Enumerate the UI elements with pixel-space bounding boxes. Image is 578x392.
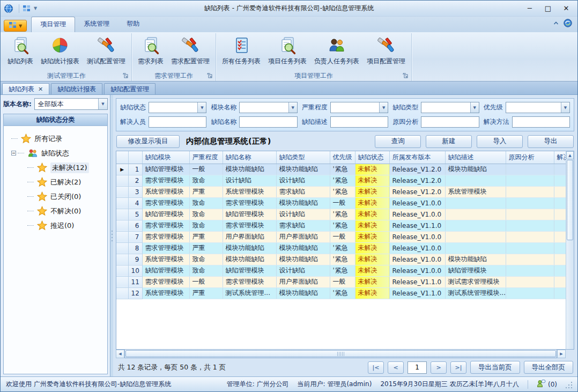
column-header[interactable]: 缺陷描述 [445,151,506,164]
scrollbar-thumb[interactable] [125,350,556,357]
ribbon-button[interactable]: 负责人任务列表 [311,35,362,67]
filter-select[interactable]: ▼ [506,102,570,113]
ribbon-button[interactable]: 需求配置管理 [168,35,213,67]
filter-select[interactable]: ▼ [421,102,479,113]
column-header[interactable]: 所属发布版本 [389,151,445,164]
table-row[interactable]: 8需求管理模块严重模块功能缺陷模块功能缺陷紧急未解决Release_V1.0.0 [116,242,566,254]
table-row[interactable]: 3系统管理模块严重系统管理模块需求缺陷紧急未解决Release_V1.2.0系统… [116,186,566,197]
scrollbar-thumb[interactable] [567,160,573,240]
prev-page-button[interactable]: < [388,361,404,374]
column-header[interactable]: 严重程度 [189,151,223,164]
column-header[interactable]: 缺陷名称 [223,151,276,164]
next-page-button[interactable]: > [431,361,447,374]
column-header[interactable]: 优先级 [330,151,355,164]
filter-input[interactable] [149,116,206,128]
table-row[interactable]: 6需求管理模块致命需求管理模块需求缺陷紧急未解决Release_V1.1.0 [116,220,566,231]
tree-item[interactable]: 已关闭(0) [11,189,106,204]
document-tab[interactable]: 缺陷配置管理 [104,83,155,94]
column-header[interactable]: 解决方法 [554,151,566,164]
tree-item[interactable]: 推迟(0) [11,218,106,233]
export-all-pages-button[interactable]: 导出全部页 [524,361,574,374]
ribbon-button[interactable]: 项目配置管理 [364,35,409,67]
document-tab-label: 缺陷统计报表 [57,85,96,94]
vertical-scrollbar[interactable]: ▲ [566,151,574,350]
ribbon-button[interactable]: 缺陷列表 [4,35,36,67]
chevron-down-icon[interactable]: ▼ [197,102,206,113]
ribbon-button[interactable]: 所有任务列表 [219,35,264,67]
filter-select[interactable]: ▼ [149,102,206,113]
table-row[interactable]: 2需求管理模块致命设计缺陷设计缺陷紧急未解决Release_V1.2.0 [116,175,566,186]
tree-item[interactable]: 不解决(0) [11,204,106,218]
tree-item[interactable]: 未解决(12) [11,160,106,175]
filter-input[interactable] [512,116,570,128]
collapse-ribbon-icon[interactable] [553,20,559,28]
minimize-button[interactable]: ─ [522,3,538,14]
chevron-down-icon[interactable]: ▼ [288,102,297,113]
column-header[interactable]: 缺陷类型 [276,151,330,164]
table-row[interactable]: 9系统管理模块致命模块功能缺陷模块功能缺陷紧急未解决Release_V1.0.0… [116,254,566,265]
row-number-cell: 6 [128,220,142,231]
page-number-input[interactable] [407,361,427,374]
filter-input[interactable] [330,116,388,128]
first-page-button[interactable]: |< [368,361,384,374]
ribbon-button[interactable]: 需求列表 [135,35,167,67]
scroll-up-icon[interactable]: ▲ [566,151,574,159]
tree-expander-icon[interactable] [11,151,16,156]
cell-severity: 致命 [189,197,223,209]
table-row[interactable]: 12系统管理模块严重测试系统管理...模块功能缺陷紧急未解决Release_V1… [116,287,566,299]
table-row[interactable]: ▶1缺陷管理模块一般模块功能缺陷模块功能缺陷紧急未解决Release_V1.2.… [116,164,566,175]
maximize-button[interactable]: □ [540,3,556,14]
dialog-launcher-icon[interactable] [207,73,213,79]
column-header[interactable]: 缺陷模块 [142,151,189,164]
ribbon-tab[interactable]: 系统管理 [75,17,118,32]
tree-item[interactable]: 已解决(2) [11,175,106,189]
table-row[interactable]: 4需求管理模块致命需求管理模块模块功能缺陷一般未解决Release_V1.0.0 [116,197,566,209]
export-current-page-button[interactable]: 导出当前页 [470,361,520,374]
last-page-button[interactable]: >| [450,361,466,374]
close-tab-icon[interactable]: ✕ [38,86,43,93]
resize-grip[interactable] [566,382,573,389]
action-button[interactable]: 导入 [477,135,523,148]
ribbon-button[interactable]: 缺陷统计报表 [38,35,83,67]
column-header[interactable]: 原因分析 [506,151,554,164]
chevron-down-icon[interactable]: ▼ [98,99,107,109]
app-menu-button[interactable]: ▼ [4,20,27,32]
chevron-down-icon[interactable]: ▼ [561,102,569,113]
document-tab[interactable]: 缺陷列表✕ [2,83,49,94]
table-row[interactable]: 10缺陷管理模块致命缺陷管理模块设计缺陷紧急未解决Release_V1.0.0缺… [116,265,566,276]
dialog-launcher-icon[interactable] [123,73,129,79]
table-row[interactable]: 7需求管理模块严重用户界面缺陷用户界面缺陷一般未解决Release_V1.0.0 [116,231,566,242]
ribbon-button[interactable]: 测试配置管理 [84,35,129,67]
action-button[interactable]: 新建 [426,135,472,148]
scroll-right-icon[interactable]: ▶ [557,350,566,358]
close-button[interactable]: ✕ [558,3,574,14]
column-header[interactable]: 缺陷状态 [355,151,389,164]
quick-access-grid-icon[interactable] [23,5,31,12]
action-button[interactable]: 查询 [375,135,421,148]
ribbon-tab[interactable]: 帮助 [118,17,148,32]
chevron-down-icon[interactable]: ▼ [34,6,37,11]
table-row[interactable]: 5缺陷管理模块致命缺陷管理模块设计缺陷紧急未解决Release_V1.0.0 [116,209,566,220]
document-tab[interactable]: 缺陷统计报表 [51,83,102,94]
scroll-left-icon[interactable]: ◀ [116,350,124,358]
tree-item[interactable]: 所有记录 [11,131,106,146]
modify-columns-button[interactable]: 修改显示项目 [116,135,180,148]
chevron-down-icon[interactable]: ▼ [379,102,388,113]
filter-input[interactable] [421,116,479,128]
filter-select[interactable]: ▼ [239,102,297,113]
version-select[interactable]: 全部版本 ▼ [34,98,108,110]
ribbon-button[interactable]: 项目任务列表 [265,35,310,67]
cell-status: 未解决 [355,287,389,299]
horizontal-scrollbar[interactable]: ◀ ▶ [116,350,574,358]
cell-solution [554,220,566,231]
filter-select[interactable]: ▼ [330,102,388,113]
ribbon-tab[interactable]: 项目管理 [31,17,75,32]
chevron-down-icon[interactable]: ▼ [470,102,479,113]
filter-input[interactable] [239,116,297,128]
tree-item[interactable]: 缺陷状态 [11,146,106,160]
messages-icon[interactable] [537,379,546,389]
help-icon[interactable] [564,19,572,29]
table-row[interactable]: 11需求管理模块一般需求管理模块用户界面缺陷一般未解决Release_V1.1.… [116,276,566,287]
dialog-launcher-icon[interactable] [403,73,409,79]
action-button[interactable]: 导出 [528,135,574,148]
